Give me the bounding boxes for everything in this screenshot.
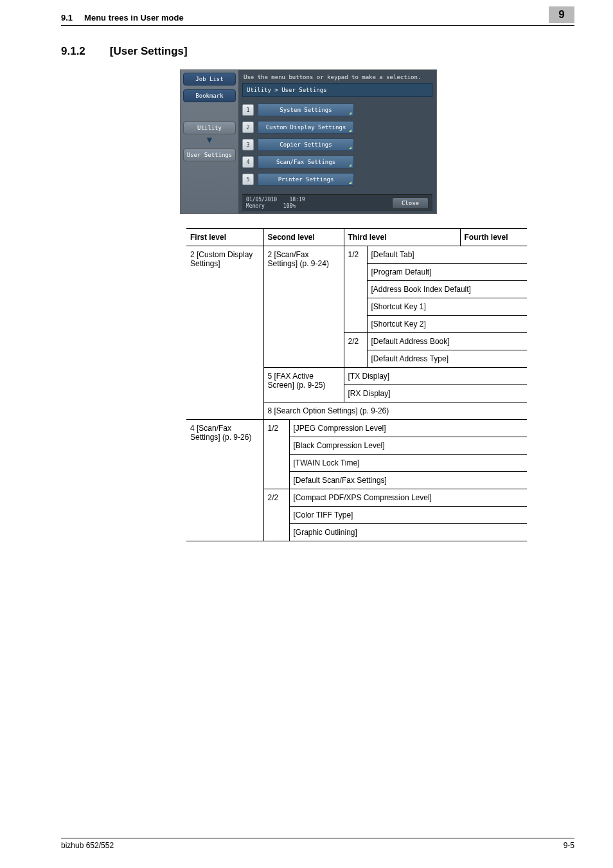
menu-tree-table: First level Second level Third level Fou… <box>186 228 527 541</box>
section-title: Menu trees in User mode <box>84 13 184 23</box>
col-second-level: Second level <box>263 229 344 246</box>
footer-page-number: 9-5 <box>564 841 574 850</box>
col-fourth-level: Fourth level <box>460 229 527 246</box>
cell-default-address-book: [Default Address Book] <box>367 333 527 350</box>
system-settings-button[interactable]: System Settings <box>258 104 354 116</box>
cell-scanfax-924: 2 [Scan/Fax Settings] (p. 9-24) <box>263 246 344 368</box>
tab-user-settings[interactable]: User Settings <box>183 149 236 161</box>
status-area: 01/05/2010 18:19 Memory 100% <box>246 197 305 209</box>
custom-display-settings-button[interactable]: Custom Display Settings <box>258 121 354 134</box>
tab-bookmark[interactable]: Bookmark <box>183 89 236 102</box>
cell-graphic-outlining: [Graphic Outlining] <box>289 524 527 541</box>
table-row: 4 [Scan/Fax Settings] (p. 9-26) 1/2 [JPE… <box>186 420 527 437</box>
menu-num-5: 5 <box>242 174 254 185</box>
cell-default-address-type: [Default Address Type] <box>367 350 527 368</box>
printer-settings-button[interactable]: Printer Settings <box>258 173 354 186</box>
col-first-level: First level <box>186 229 263 246</box>
breadcrumb: Utility > User Settings <box>242 83 432 97</box>
page-chapter-badge: 9 <box>549 6 574 23</box>
cell-tx-display: [TX Display] <box>344 368 527 385</box>
cell-black-compression: [Black Compression Level] <box>289 437 527 455</box>
status-date: 01/05/2010 <box>246 197 277 203</box>
menu-num-2: 2 <box>242 122 254 133</box>
scan-fax-settings-button[interactable]: Scan/Fax Settings <box>258 156 354 168</box>
tab-job-list[interactable]: Job List <box>183 73 236 86</box>
footer-model: bizhub 652/552 <box>61 841 114 850</box>
cell-default-scanfax-settings: [Default Scan/Fax Settings] <box>289 472 527 489</box>
table-header-row: First level Second level Third level Fou… <box>186 229 527 246</box>
chevron-down-icon: ▼ <box>183 134 236 145</box>
screenshot-left-panel: Job List Bookmark Utility ▼ User Setting… <box>181 70 238 213</box>
cell-shortcut-key-1: [Shortcut Key 1] <box>367 298 527 316</box>
cell-default-tab: [Default Tab] <box>367 246 527 264</box>
cell-shortcut-key-2: [Shortcut Key 2] <box>367 316 527 333</box>
section-number: 9.1 <box>61 13 73 23</box>
status-memory-label: Memory <box>246 203 265 209</box>
cell-jpeg-compression: [JPEG Compression Level] <box>289 420 527 437</box>
cell-twain-lock-time: [TWAIN Lock Time] <box>289 455 527 472</box>
screenshot-main-panel: Use the menu buttons or keypad to make a… <box>238 70 436 213</box>
table-row: 2 [Custom Display Settings] 2 [Scan/Fax … <box>186 246 527 264</box>
cell-page-2-2b: 2/2 <box>263 489 289 541</box>
cell-custom-display: 2 [Custom Display Settings] <box>186 246 263 420</box>
cell-rx-display: [RX Display] <box>344 385 527 402</box>
tab-utility[interactable]: Utility <box>183 122 236 134</box>
heading-text: [User Settings] <box>110 45 188 58</box>
status-time: 18:19 <box>289 197 305 203</box>
close-button[interactable]: Close <box>392 197 429 209</box>
menu-num-4: 4 <box>242 156 254 168</box>
cell-search-option-settings: 8 [Search Option Settings] (p. 9-26) <box>263 402 527 420</box>
col-third-level: Third level <box>344 229 460 246</box>
heading-number: 9.1.2 <box>61 45 85 58</box>
status-memory-value: 100% <box>283 203 296 209</box>
cell-fax-active-screen: 5 [FAX Active Screen] (p. 9-25) <box>263 368 344 402</box>
menu-num-1: 1 <box>242 104 254 116</box>
menu-num-3: 3 <box>242 139 254 150</box>
cell-page-1-2b: 1/2 <box>263 420 289 489</box>
cell-scanfax-926: 4 [Scan/Fax Settings] (p. 9-26) <box>186 420 263 541</box>
cell-compact-pdf-xps: [Compact PDF/XPS Compression Level] <box>289 489 527 507</box>
cell-program-default: [Program Default] <box>367 264 527 281</box>
cell-page-1-2a: 1/2 <box>344 246 367 333</box>
copier-settings-button[interactable]: Copier Settings <box>258 138 354 151</box>
cell-address-book-index-default: [Address Book Index Default] <box>367 281 527 298</box>
settings-screenshot: Job List Bookmark Utility ▼ User Setting… <box>180 69 437 214</box>
cell-page-2-2a: 2/2 <box>344 333 367 368</box>
instruction-text: Use the menu buttons or keypad to make a… <box>244 74 432 80</box>
cell-color-tiff-type: [Color TIFF Type] <box>289 507 527 524</box>
